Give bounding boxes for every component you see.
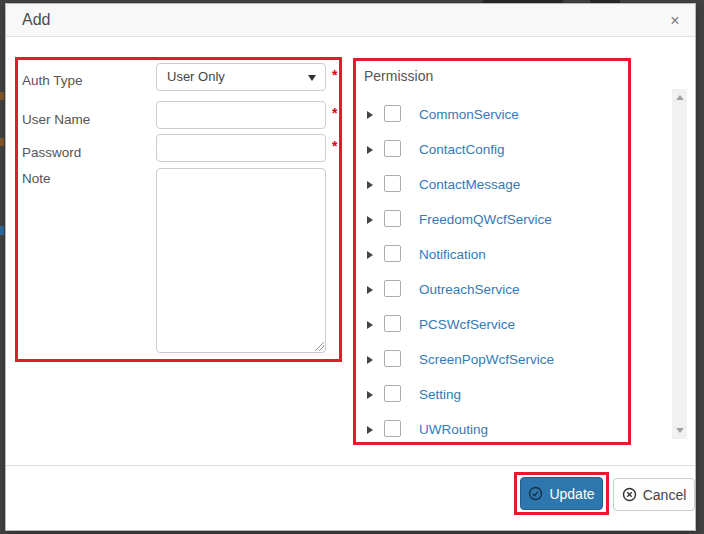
expand-arrow-icon[interactable] xyxy=(367,216,373,224)
add-dialog: Add × Auth Type User Only * User Name * … xyxy=(5,3,696,531)
user-name-input[interactable] xyxy=(156,101,326,129)
permission-link[interactable]: ScreenPopWcfService xyxy=(419,352,554,367)
permission-label: Permission xyxy=(364,68,433,84)
permission-tree-item: ContactConfig xyxy=(356,133,628,168)
expand-arrow-icon[interactable] xyxy=(367,286,373,294)
required-marker: * xyxy=(332,138,337,154)
permission-checkbox[interactable] xyxy=(384,140,401,157)
background-fragment xyxy=(0,92,4,100)
password-input[interactable] xyxy=(156,134,326,162)
note-field-wrap xyxy=(156,168,326,353)
resize-handle[interactable] xyxy=(314,341,324,351)
expand-arrow-icon[interactable] xyxy=(367,391,373,399)
permission-tree-item: OutreachService xyxy=(356,273,628,308)
permission-link[interactable]: ContactConfig xyxy=(419,142,505,157)
background-fragment xyxy=(0,226,4,235)
note-label: Note xyxy=(22,171,51,186)
permission-checkbox[interactable] xyxy=(384,280,401,297)
dialog-header: Add × xyxy=(6,4,695,37)
close-icon[interactable]: × xyxy=(665,11,685,31)
required-marker: * xyxy=(332,67,337,83)
expand-arrow-icon[interactable] xyxy=(367,181,373,189)
required-marker: * xyxy=(332,105,337,121)
auth-type-selected-value: User Only xyxy=(167,69,225,84)
password-label: Password xyxy=(22,145,81,160)
permission-checkbox[interactable] xyxy=(384,350,401,367)
expand-arrow-icon[interactable] xyxy=(367,251,373,259)
permission-checkbox[interactable] xyxy=(384,385,401,402)
scroll-down-icon[interactable] xyxy=(676,428,684,433)
permission-checkbox[interactable] xyxy=(384,210,401,227)
auth-type-select[interactable]: User Only xyxy=(156,63,326,91)
permission-link[interactable]: ContactMessage xyxy=(419,177,520,192)
chevron-down-icon xyxy=(308,75,316,81)
update-button[interactable]: Update xyxy=(520,477,603,510)
permission-tree-item: Notification xyxy=(356,238,628,273)
permission-tree-item: CommonService xyxy=(356,98,628,133)
permission-link[interactable]: UWRouting xyxy=(419,422,488,437)
scroll-up-icon[interactable] xyxy=(676,95,684,100)
permission-tree-item: ScreenPopWcfService xyxy=(356,343,628,378)
permission-tree-item: ContactMessage xyxy=(356,168,628,203)
permission-tree-item: PCSWcfService xyxy=(356,308,628,343)
permission-link[interactable]: Setting xyxy=(419,387,461,402)
permission-tree-item: Setting xyxy=(356,378,628,413)
permission-checkbox[interactable] xyxy=(384,175,401,192)
x-circle-icon xyxy=(622,487,637,502)
permission-tree-item: FreedomQWcfService xyxy=(356,203,628,238)
permission-scrollbar[interactable] xyxy=(672,89,687,439)
auth-form-panel: Auth Type User Only * User Name * Passwo… xyxy=(15,57,342,362)
permission-link[interactable]: PCSWcfService xyxy=(419,317,515,332)
footer-divider xyxy=(6,465,695,466)
permission-link[interactable]: Notification xyxy=(419,247,486,262)
permission-link[interactable]: FreedomQWcfService xyxy=(419,212,552,227)
user-name-label: User Name xyxy=(22,112,90,127)
permission-link[interactable]: CommonService xyxy=(419,107,519,122)
note-textarea[interactable] xyxy=(156,168,326,353)
update-button-label: Update xyxy=(549,486,594,502)
expand-arrow-icon[interactable] xyxy=(367,356,373,364)
permission-tree: CommonService ContactConfig ContactMessa… xyxy=(356,98,628,448)
permission-link[interactable]: OutreachService xyxy=(419,282,520,297)
expand-arrow-icon[interactable] xyxy=(367,146,373,154)
screen: { "dialog": { "title": "Add", "close_ico… xyxy=(0,0,704,534)
permission-checkbox[interactable] xyxy=(384,315,401,332)
expand-arrow-icon[interactable] xyxy=(367,426,373,434)
auth-type-label: Auth Type xyxy=(22,73,83,88)
permission-checkbox[interactable] xyxy=(384,420,401,437)
permission-checkbox[interactable] xyxy=(384,245,401,262)
check-circle-icon xyxy=(528,486,543,501)
cancel-button-label: Cancel xyxy=(643,487,687,503)
expand-arrow-icon[interactable] xyxy=(367,321,373,329)
permission-panel: Permission CommonService ContactConfig xyxy=(353,58,631,445)
background-fragment xyxy=(0,138,4,146)
cancel-button[interactable]: Cancel xyxy=(613,478,695,511)
update-button-highlight: Update xyxy=(514,472,609,515)
permission-checkbox[interactable] xyxy=(384,105,401,122)
expand-arrow-icon[interactable] xyxy=(367,111,373,119)
dialog-title: Add xyxy=(22,4,50,36)
permission-tree-item: UWRouting xyxy=(356,413,628,448)
